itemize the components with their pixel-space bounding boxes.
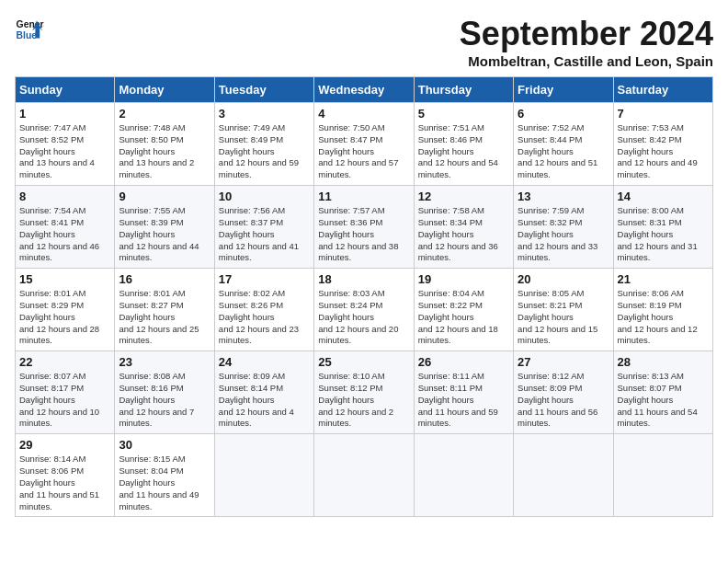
day-info: Sunrise: 8:14 AM Sunset: 8:06 PM Dayligh… — [19, 454, 110, 512]
day-number: 8 — [19, 190, 110, 203]
table-row: 17 Sunrise: 8:02 AM Sunset: 8:26 PM Dayl… — [214, 269, 313, 351]
day-info: Sunrise: 8:01 AM Sunset: 8:29 PM Dayligh… — [19, 288, 110, 347]
table-row: 28 Sunrise: 8:13 AM Sunset: 8:07 PM Dayl… — [613, 351, 712, 434]
table-row: 7 Sunrise: 7:53 AM Sunset: 8:42 PM Dayli… — [613, 103, 712, 186]
table-row: 9 Sunrise: 7:55 AM Sunset: 8:39 PM Dayli… — [115, 186, 214, 269]
table-row: 25 Sunrise: 8:10 AM Sunset: 8:12 PM Dayl… — [314, 351, 414, 434]
day-number: 5 — [418, 107, 509, 121]
day-info: Sunrise: 8:06 AM Sunset: 8:19 PM Dayligh… — [618, 288, 709, 347]
table-row: 12 Sunrise: 7:58 AM Sunset: 8:34 PM Dayl… — [414, 186, 513, 269]
calendar-header-row: Sunday Monday Tuesday Wednesday Thursday… — [16, 77, 713, 103]
day-info: Sunrise: 8:13 AM Sunset: 8:07 PM Dayligh… — [618, 371, 709, 430]
col-monday: Monday — [115, 77, 214, 103]
calendar-week-row: 22 Sunrise: 8:07 AM Sunset: 8:17 PM Dayl… — [16, 351, 713, 434]
day-number: 17 — [219, 272, 310, 286]
table-row: 23 Sunrise: 8:08 AM Sunset: 8:16 PM Dayl… — [115, 351, 214, 434]
day-number: 15 — [19, 272, 110, 286]
day-number: 16 — [119, 272, 210, 286]
day-info: Sunrise: 7:51 AM Sunset: 8:46 PM Dayligh… — [418, 122, 509, 181]
day-number: 11 — [318, 190, 409, 203]
day-number: 3 — [219, 107, 310, 121]
day-number: 19 — [418, 272, 509, 286]
day-info: Sunrise: 8:07 AM Sunset: 8:17 PM Dayligh… — [19, 371, 110, 430]
table-row: 21 Sunrise: 8:06 AM Sunset: 8:19 PM Dayl… — [613, 269, 712, 351]
day-number: 28 — [618, 355, 709, 369]
table-row: 2 Sunrise: 7:48 AM Sunset: 8:50 PM Dayli… — [115, 103, 214, 186]
day-number: 9 — [119, 190, 210, 203]
table-row: 3 Sunrise: 7:49 AM Sunset: 8:49 PM Dayli… — [214, 103, 313, 186]
day-info: Sunrise: 8:08 AM Sunset: 8:16 PM Dayligh… — [119, 371, 210, 430]
table-row: 27 Sunrise: 8:12 AM Sunset: 8:09 PM Dayl… — [514, 351, 613, 434]
day-number: 4 — [318, 107, 409, 121]
day-number: 2 — [119, 107, 210, 121]
calendar-week-row: 29 Sunrise: 8:14 AM Sunset: 8:06 PM Dayl… — [16, 434, 713, 517]
table-row: 1 Sunrise: 7:47 AM Sunset: 8:52 PM Dayli… — [16, 103, 115, 186]
day-number: 13 — [518, 190, 609, 203]
col-thursday: Thursday — [414, 77, 513, 103]
day-number: 20 — [518, 272, 609, 286]
page-header: General Blue September 2024 Mombeltran, … — [15, 15, 713, 69]
day-info: Sunrise: 8:04 AM Sunset: 8:22 PM Dayligh… — [418, 288, 509, 347]
table-row: 30 Sunrise: 8:15 AM Sunset: 8:04 PM Dayl… — [115, 434, 214, 517]
day-info: Sunrise: 8:10 AM Sunset: 8:12 PM Dayligh… — [318, 371, 409, 430]
day-number: 23 — [119, 355, 210, 369]
day-number: 26 — [418, 355, 509, 369]
day-info: Sunrise: 8:05 AM Sunset: 8:21 PM Dayligh… — [518, 288, 609, 347]
col-wednesday: Wednesday — [314, 77, 414, 103]
col-tuesday: Tuesday — [214, 77, 313, 103]
svg-text:General: General — [17, 19, 44, 29]
svg-text:Blue: Blue — [17, 30, 38, 40]
table-row: 11 Sunrise: 7:57 AM Sunset: 8:36 PM Dayl… — [314, 186, 414, 269]
day-number: 12 — [418, 190, 509, 203]
day-number: 14 — [618, 190, 709, 203]
table-row: 19 Sunrise: 8:04 AM Sunset: 8:22 PM Dayl… — [414, 269, 513, 351]
day-info: Sunrise: 7:53 AM Sunset: 8:42 PM Dayligh… — [618, 122, 709, 181]
day-number: 29 — [19, 438, 110, 452]
table-row — [314, 434, 414, 517]
logo: General Blue — [15, 15, 44, 44]
table-row: 14 Sunrise: 8:00 AM Sunset: 8:31 PM Dayl… — [613, 186, 712, 269]
table-row — [514, 434, 613, 517]
logo-icon: General Blue — [15, 15, 44, 44]
day-number: 21 — [618, 272, 709, 286]
day-info: Sunrise: 7:50 AM Sunset: 8:47 PM Dayligh… — [318, 122, 409, 181]
table-row: 10 Sunrise: 7:56 AM Sunset: 8:37 PM Dayl… — [214, 186, 313, 269]
table-row — [214, 434, 313, 517]
col-saturday: Saturday — [613, 77, 712, 103]
table-row: 24 Sunrise: 8:09 AM Sunset: 8:14 PM Dayl… — [214, 351, 313, 434]
day-info: Sunrise: 7:59 AM Sunset: 8:32 PM Dayligh… — [518, 205, 609, 264]
table-row: 15 Sunrise: 8:01 AM Sunset: 8:29 PM Dayl… — [16, 269, 115, 351]
day-number: 27 — [518, 355, 609, 369]
day-info: Sunrise: 8:01 AM Sunset: 8:27 PM Dayligh… — [119, 288, 210, 347]
day-number: 7 — [618, 107, 709, 121]
calendar-week-row: 8 Sunrise: 7:54 AM Sunset: 8:41 PM Dayli… — [16, 186, 713, 269]
table-row: 5 Sunrise: 7:51 AM Sunset: 8:46 PM Dayli… — [414, 103, 513, 186]
day-number: 22 — [19, 355, 110, 369]
calendar-week-row: 15 Sunrise: 8:01 AM Sunset: 8:29 PM Dayl… — [16, 269, 713, 351]
table-row: 13 Sunrise: 7:59 AM Sunset: 8:32 PM Dayl… — [514, 186, 613, 269]
location-title: Mombeltran, Castille and Leon, Spain — [460, 53, 713, 69]
day-number: 10 — [219, 190, 310, 203]
day-number: 24 — [219, 355, 310, 369]
table-row: 16 Sunrise: 8:01 AM Sunset: 8:27 PM Dayl… — [115, 269, 214, 351]
day-info: Sunrise: 8:03 AM Sunset: 8:24 PM Dayligh… — [318, 288, 409, 347]
day-number: 25 — [318, 355, 409, 369]
day-number: 30 — [119, 438, 210, 452]
calendar-week-row: 1 Sunrise: 7:47 AM Sunset: 8:52 PM Dayli… — [16, 103, 713, 186]
day-info: Sunrise: 7:57 AM Sunset: 8:36 PM Dayligh… — [318, 205, 409, 264]
day-info: Sunrise: 7:54 AM Sunset: 8:41 PM Dayligh… — [19, 205, 110, 264]
day-number: 1 — [19, 107, 110, 121]
day-info: Sunrise: 7:49 AM Sunset: 8:49 PM Dayligh… — [219, 122, 310, 181]
table-row: 8 Sunrise: 7:54 AM Sunset: 8:41 PM Dayli… — [16, 186, 115, 269]
table-row: 29 Sunrise: 8:14 AM Sunset: 8:06 PM Dayl… — [16, 434, 115, 517]
col-sunday: Sunday — [16, 77, 115, 103]
table-row — [414, 434, 513, 517]
table-row: 6 Sunrise: 7:52 AM Sunset: 8:44 PM Dayli… — [514, 103, 613, 186]
table-row: 20 Sunrise: 8:05 AM Sunset: 8:21 PM Dayl… — [514, 269, 613, 351]
day-info: Sunrise: 8:15 AM Sunset: 8:04 PM Dayligh… — [119, 454, 210, 512]
table-row: 18 Sunrise: 8:03 AM Sunset: 8:24 PM Dayl… — [314, 269, 414, 351]
table-row: 4 Sunrise: 7:50 AM Sunset: 8:47 PM Dayli… — [314, 103, 414, 186]
day-info: Sunrise: 7:52 AM Sunset: 8:44 PM Dayligh… — [518, 122, 609, 181]
table-row: 22 Sunrise: 8:07 AM Sunset: 8:17 PM Dayl… — [16, 351, 115, 434]
day-info: Sunrise: 7:58 AM Sunset: 8:34 PM Dayligh… — [418, 205, 509, 264]
